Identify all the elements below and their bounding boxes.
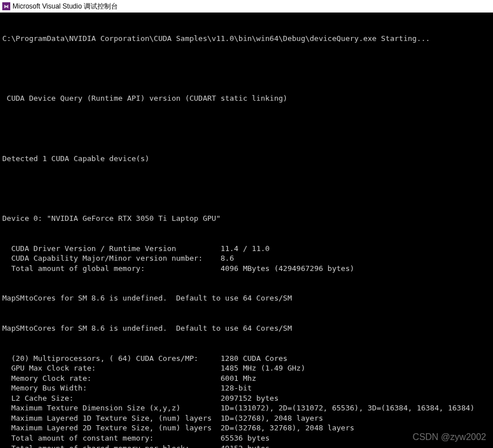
property-row: CUDA Capability Major/Minor version numb… xyxy=(2,253,491,264)
property-value: 8.6 xyxy=(221,253,234,264)
property-key: Memory Clock rate: xyxy=(2,373,221,384)
property-value: 2D=(32768, 32768), 2048 layers xyxy=(221,423,355,433)
watermark: CSDN @zyw2002 xyxy=(413,432,486,442)
window-title: Microsoft Visual Studio 调试控制台 xyxy=(13,2,118,11)
property-key: L2 Cache Size: xyxy=(2,393,221,404)
property-row: Maximum Layered 1D Texture Size, (num) l… xyxy=(2,413,491,424)
property-key: Maximum Layered 2D Texture Size, (num) l… xyxy=(2,423,221,433)
title-bar[interactable]: ⋈ Microsoft Visual Studio 调试控制台 xyxy=(0,0,493,13)
property-value: 65536 bytes xyxy=(221,433,270,443)
property-row: Memory Clock rate: 6001 Mhz xyxy=(2,373,491,384)
property-key: CUDA Driver Version / Runtime Version xyxy=(2,244,221,254)
property-value: 2097152 bytes xyxy=(221,393,279,404)
property-key: Memory Bus Width: xyxy=(2,383,221,393)
property-key: Total amount of global memory: xyxy=(2,264,221,274)
property-row: (20) Multiprocessors, ( 64) CUDA Cores/M… xyxy=(2,354,491,364)
property-key: Total amount of shared memory per block: xyxy=(2,443,221,448)
device-name-line: Device 0: "NVIDIA GeForce RTX 3050 Ti La… xyxy=(2,213,491,224)
property-key: Maximum Layered 1D Texture Size, (num) l… xyxy=(2,413,221,424)
property-value: 49152 bytes xyxy=(221,443,270,448)
property-key: Total amount of constant memory: xyxy=(2,433,221,443)
property-row: GPU Max Clock rate: 1485 MHz (1.49 GHz) xyxy=(2,363,491,373)
property-value: 4096 MBytes (4294967296 bytes) xyxy=(221,264,355,274)
property-row: Maximum Texture Dimension Size (x,y,z) 1… xyxy=(2,403,491,413)
starting-line: C:\ProgramData\NVIDIA Corporation\CUDA S… xyxy=(2,34,491,44)
property-value: 1D=(131072), 2D=(131072, 65536), 3D=(163… xyxy=(221,403,475,413)
property-key: CUDA Capability Major/Minor version numb… xyxy=(2,253,221,264)
property-value: 6001 Mhz xyxy=(221,373,257,384)
property-value: 1D=(32768), 2048 layers xyxy=(221,413,323,424)
property-row: Total amount of shared memory per block:… xyxy=(2,443,491,448)
blank xyxy=(2,124,491,134)
property-value: 1280 CUDA Cores xyxy=(221,354,287,364)
property-row: L2 Cache Size: 2097152 bytes xyxy=(2,393,491,404)
property-key: (20) Multiprocessors, ( 64) CUDA Cores/M… xyxy=(2,354,221,364)
property-block-1: CUDA Driver Version / Runtime Version 11… xyxy=(2,244,491,274)
vs-icon: ⋈ xyxy=(2,2,10,10)
blank xyxy=(2,64,491,74)
property-row: Memory Bus Width: 128-bit xyxy=(2,383,491,393)
property-row: CUDA Driver Version / Runtime Version 11… xyxy=(2,244,491,254)
property-value: 1485 MHz (1.49 GHz) xyxy=(221,363,306,373)
detected-line: Detected 1 CUDA Capable device(s) xyxy=(2,154,491,164)
warning-line: MapSMtoCores for SM 8.6 is undefined. De… xyxy=(2,293,491,303)
blank xyxy=(2,183,491,194)
property-row: Total amount of global memory: 4096 MByt… xyxy=(2,264,491,274)
header-line: CUDA Device Query (Runtime API) version … xyxy=(2,93,491,104)
property-value: 11.4 / 11.0 xyxy=(221,244,270,254)
property-key: Maximum Texture Dimension Size (x,y,z) xyxy=(2,403,221,413)
console-area: C:\ProgramData\NVIDIA Corporation\CUDA S… xyxy=(0,13,493,448)
property-key: GPU Max Clock rate: xyxy=(2,363,221,373)
property-value: 128-bit xyxy=(221,383,252,393)
warning-line: MapSMtoCores for SM 8.6 is undefined. De… xyxy=(2,323,491,334)
